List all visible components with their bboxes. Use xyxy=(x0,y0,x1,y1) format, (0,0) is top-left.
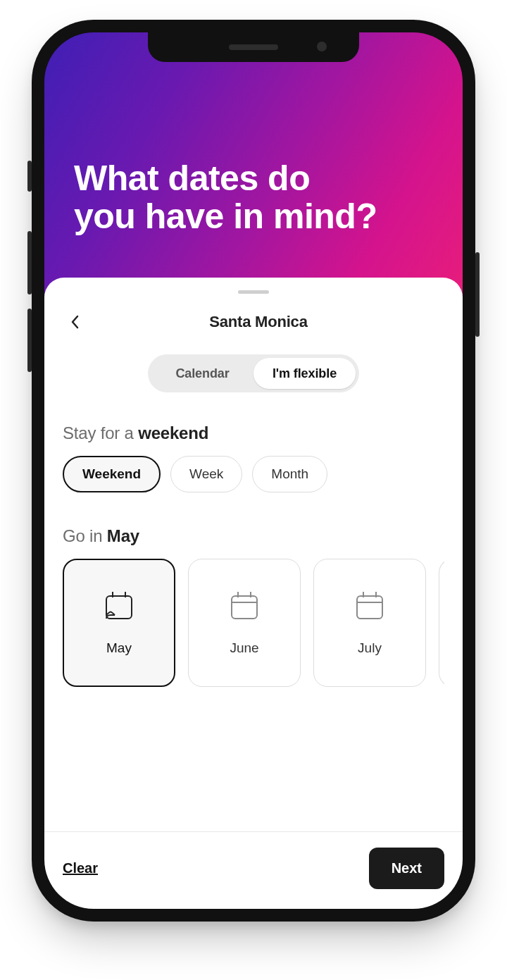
clear-button[interactable]: Clear xyxy=(63,859,98,878)
phone-screen: What dates do you have in mind? Santa Mo… xyxy=(44,32,463,909)
date-mode-toggle: Calendar I'm flexible xyxy=(148,354,359,392)
sheet-grabber[interactable] xyxy=(238,290,269,294)
stay-duration-prefix: Stay for a xyxy=(63,423,138,442)
chip-weekend[interactable]: Weekend xyxy=(63,456,161,492)
duration-chips: Weekend Week Month xyxy=(63,456,444,492)
calendar-icon xyxy=(353,590,386,622)
month-label: July xyxy=(358,640,382,656)
month-label: June xyxy=(230,640,258,656)
phone-speaker xyxy=(229,44,278,50)
tab-calendar[interactable]: Calendar xyxy=(151,358,254,389)
go-month-value: May xyxy=(107,526,139,545)
svg-rect-7 xyxy=(357,596,382,619)
stay-duration-label: Stay for a weekend xyxy=(63,423,444,443)
chip-week[interactable]: Week xyxy=(170,456,242,492)
phone-notch xyxy=(148,32,359,62)
month-card-next[interactable] xyxy=(439,559,444,687)
sheet-header: Santa Monica xyxy=(44,306,463,354)
calendar-icon xyxy=(103,590,135,622)
sheet-body: Stay for a weekend Weekend Week Month Go… xyxy=(44,423,463,831)
location-title: Santa Monica xyxy=(73,313,444,331)
phone-button-volume-up xyxy=(27,231,32,294)
sheet-footer: Clear Next xyxy=(44,831,463,909)
go-month-label: Go in May xyxy=(63,526,444,546)
page-title-line1: What dates do xyxy=(74,159,310,198)
calendar-icon xyxy=(228,590,261,622)
month-card-june[interactable]: June xyxy=(188,559,301,687)
chip-month[interactable]: Month xyxy=(252,456,327,492)
month-picker[interactable]: May June xyxy=(63,559,444,687)
page-title: What dates do you have in mind? xyxy=(74,159,433,235)
phone-button-volume-down xyxy=(27,309,32,372)
phone-camera xyxy=(317,42,327,51)
phone-button-silence xyxy=(27,161,32,192)
go-month-prefix: Go in xyxy=(63,526,107,545)
svg-rect-3 xyxy=(232,596,257,619)
phone-frame: What dates do you have in mind? Santa Mo… xyxy=(32,20,475,922)
stay-duration-value: weekend xyxy=(138,423,208,442)
hero-gradient: What dates do you have in mind? xyxy=(44,32,463,314)
phone-button-power xyxy=(475,252,480,337)
bottom-sheet: Santa Monica Calendar I'm flexible Stay … xyxy=(44,278,463,909)
tab-flexible[interactable]: I'm flexible xyxy=(254,358,356,389)
page-title-line2: you have in mind? xyxy=(74,197,377,236)
month-card-july[interactable]: July xyxy=(313,559,426,687)
month-label: May xyxy=(106,640,132,656)
month-card-may[interactable]: May xyxy=(63,559,175,687)
next-button[interactable]: Next xyxy=(369,848,444,889)
